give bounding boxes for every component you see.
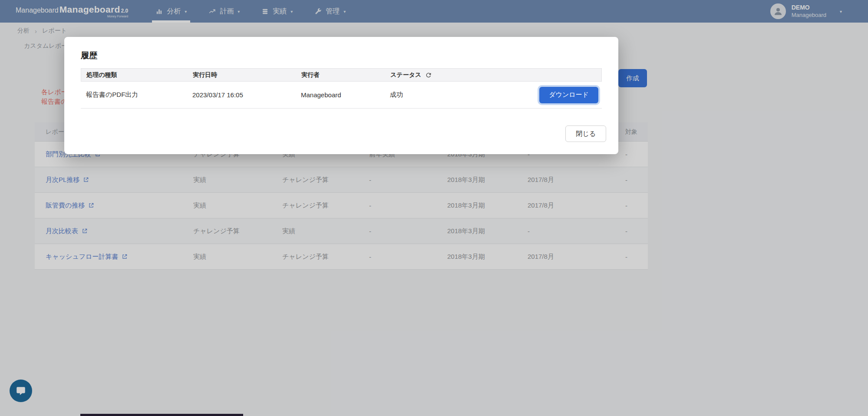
- refresh-icon[interactable]: [425, 72, 432, 79]
- close-button[interactable]: 閉じる: [565, 125, 606, 142]
- modal-title: 履歴: [81, 50, 602, 61]
- history-type: 報告書のPDF出力: [81, 91, 187, 99]
- history-row: 報告書のPDF出力 2023/03/17 16:05 Manageboard 成…: [81, 82, 602, 109]
- column-header-status: ステータス: [390, 71, 421, 79]
- history-modal: 履歴 処理の種類 実行日時 実行者 ステータス 報告書のPDF出力 2023/0…: [64, 37, 618, 154]
- history-executor: Manageboard: [296, 91, 385, 99]
- column-header-datetime: 実行日時: [188, 71, 296, 79]
- history-table-header: 処理の種類 実行日時 実行者 ステータス: [81, 68, 602, 82]
- column-header-executor: 実行者: [296, 71, 385, 79]
- column-header-type: 処理の種類: [81, 71, 188, 79]
- history-status: 成功: [385, 91, 528, 99]
- history-datetime: 2023/03/17 16:05: [187, 91, 296, 99]
- history-table: 処理の種類 実行日時 実行者 ステータス 報告書のPDF出力 2023/03/1…: [81, 68, 602, 109]
- download-button[interactable]: ダウンロード: [539, 87, 598, 103]
